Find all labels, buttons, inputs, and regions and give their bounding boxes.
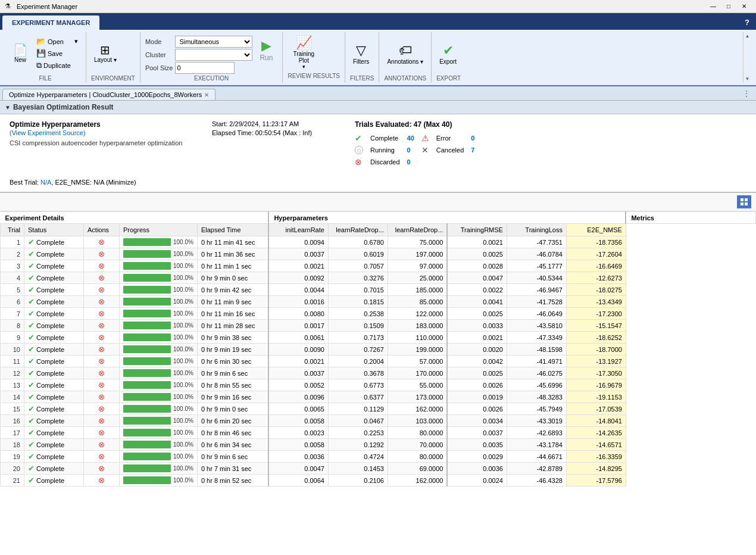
- e2e-nmse: -14.6571: [566, 439, 626, 451]
- th-trial[interactable]: Trial: [1, 224, 24, 236]
- training-loss: -47.7351: [507, 236, 566, 248]
- close-button[interactable]: ✕: [737, 2, 751, 11]
- action-delete-icon[interactable]: ⊗: [98, 309, 105, 318]
- ribbon-scroll-up[interactable]: ▲: [743, 32, 751, 40]
- view-source-link[interactable]: (View Experiment Source): [10, 129, 188, 137]
- training-plot-button[interactable]: 📈 TrainingPlot ▾: [288, 33, 320, 71]
- ribbon-scroll-down[interactable]: ▼: [743, 75, 751, 83]
- init-learn-rate: 0.0021: [268, 356, 328, 367]
- action-delete-icon[interactable]: ⊗: [98, 452, 105, 461]
- document-tab[interactable]: Optimize Hyperparameters | CloudCluster_…: [2, 89, 215, 100]
- table-wrapper[interactable]: Experiment Details Experiment Details Hy…: [0, 211, 756, 555]
- cluster-select[interactable]: [175, 49, 252, 61]
- action-delete-icon[interactable]: ⊗: [98, 369, 105, 378]
- duplicate-button[interactable]: ⧉ Duplicate: [33, 60, 81, 71]
- progress-pct: 100.0%: [173, 453, 193, 460]
- actions-cell: ⊗: [84, 427, 120, 439]
- th-status[interactable]: Status: [24, 224, 84, 236]
- ribbon-tab-experiment-manager[interactable]: EXPERIMENT MANAGER: [2, 15, 99, 30]
- running-count[interactable]: 0: [407, 146, 414, 154]
- init-learn-rate: 0.0058: [268, 439, 328, 451]
- action-delete-icon[interactable]: ⊗: [98, 404, 105, 413]
- th-elapsed[interactable]: Elapsed Time: [197, 224, 268, 236]
- action-delete-icon[interactable]: ⊗: [98, 273, 105, 282]
- new-button[interactable]: 📄 New: [10, 42, 31, 65]
- complete-count[interactable]: 40: [407, 135, 414, 142]
- th-learn-drop1[interactable]: learnRateDrop...: [328, 224, 388, 236]
- status-label: Complete: [36, 275, 64, 282]
- action-delete-icon[interactable]: ⊗: [98, 440, 105, 449]
- th-training-rmse[interactable]: TrainingRMSE: [447, 224, 507, 236]
- status-check-icon: ✔: [28, 440, 35, 449]
- action-delete-icon[interactable]: ⊗: [98, 261, 105, 270]
- e2e-nmse: -14.8041: [566, 415, 626, 427]
- results-table: Experiment Details Experiment Details Hy…: [0, 211, 756, 487]
- learn-rate-drop1: 0.1292: [328, 439, 388, 451]
- learn-rate-drop2: 185.0000: [388, 284, 447, 296]
- th-training-loss[interactable]: TrainingLoss: [507, 224, 566, 236]
- th-init-learn[interactable]: initLearnRate: [268, 224, 328, 236]
- best-trial-link[interactable]: N/A: [40, 179, 51, 186]
- action-delete-icon[interactable]: ⊗: [98, 357, 105, 366]
- init-learn-rate: 0.0096: [268, 391, 328, 403]
- canceled-count[interactable]: 7: [471, 146, 474, 154]
- open-label: Open: [48, 38, 64, 45]
- open-button[interactable]: 📂 Open ▾: [33, 36, 81, 47]
- export-button[interactable]: ✔ Export: [436, 41, 460, 67]
- discarded-label: Discarded: [370, 158, 400, 166]
- filters-button[interactable]: ▽ Filters: [350, 41, 372, 67]
- action-delete-icon[interactable]: ⊗: [98, 416, 105, 425]
- th-learn-drop2[interactable]: learnRateDrop...: [388, 224, 447, 236]
- table-row: 15 ✔ Complete ⊗ 100.0% 0 hr 9 min 0 sec …: [1, 403, 756, 415]
- th-actions[interactable]: Actions: [84, 224, 120, 236]
- error-count[interactable]: 0: [471, 135, 474, 142]
- learn-rate-drop2: 122.0000: [388, 308, 447, 320]
- doc-tab-close-button[interactable]: ✕: [204, 92, 209, 98]
- th-progress[interactable]: Progress: [120, 224, 198, 236]
- training-loss: -43.5810: [507, 320, 566, 332]
- save-button[interactable]: 💾 Save: [33, 48, 81, 59]
- mode-select[interactable]: Simultaneous: [175, 36, 252, 48]
- status-cell: ✔ Complete: [24, 439, 84, 451]
- annotations-group: 🏷 Annotations ▾ ANNOTATIONS: [379, 32, 432, 83]
- action-delete-icon[interactable]: ⊗: [98, 238, 105, 247]
- discarded-count[interactable]: 0: [407, 158, 414, 166]
- th-e2e-nmse[interactable]: E2E_NMSE: [566, 224, 626, 236]
- training-rmse: 0.0024: [447, 475, 507, 487]
- table-row: 17 ✔ Complete ⊗ 100.0% 0 hr 8 min 46 sec…: [1, 427, 756, 439]
- run-button[interactable]: ▶ Run: [255, 36, 277, 64]
- training-rmse: 0.0021: [447, 332, 507, 344]
- error-icon: ⚠: [421, 133, 429, 143]
- action-delete-icon[interactable]: ⊗: [98, 321, 105, 330]
- action-delete-icon[interactable]: ⊗: [98, 297, 105, 306]
- layout-button[interactable]: ⊞ Layout ▾: [91, 42, 120, 65]
- action-delete-icon[interactable]: ⊗: [98, 476, 105, 485]
- action-delete-icon[interactable]: ⊗: [98, 345, 105, 354]
- maximize-button[interactable]: □: [721, 2, 736, 11]
- init-learn-rate: 0.0047: [268, 463, 328, 475]
- pool-input[interactable]: [175, 62, 235, 74]
- environment-group: ⊞ Layout ▾ ENVIRONMENT: [86, 32, 140, 83]
- action-delete-icon[interactable]: ⊗: [98, 250, 105, 258]
- progress-bar: [123, 262, 171, 270]
- running-label: Running: [370, 146, 400, 154]
- section-collapse-arrow[interactable]: ▼: [5, 104, 11, 111]
- elapsed-cell: 0 hr 11 min 36 sec: [197, 248, 268, 260]
- annotations-button[interactable]: 🏷 Annotations ▾: [384, 41, 426, 67]
- training-rmse: 0.0036: [447, 463, 507, 475]
- grid-view-button[interactable]: [737, 195, 751, 208]
- actions-cell: ⊗: [84, 451, 120, 463]
- action-delete-icon[interactable]: ⊗: [98, 285, 105, 294]
- action-delete-icon[interactable]: ⊗: [98, 392, 105, 401]
- action-delete-icon[interactable]: ⊗: [98, 428, 105, 437]
- minimize-button[interactable]: —: [706, 2, 720, 11]
- action-delete-icon[interactable]: ⊗: [98, 381, 105, 389]
- bayesian-body: Optimize Hyperparameters (View Experimen…: [0, 114, 756, 193]
- action-delete-icon[interactable]: ⊗: [98, 464, 105, 473]
- status-label: Complete: [36, 358, 64, 365]
- learn-rate-drop1: 0.7057: [328, 260, 388, 272]
- help-button[interactable]: ?: [741, 15, 754, 29]
- action-delete-icon[interactable]: ⊗: [98, 333, 105, 342]
- tab-menu-button[interactable]: ⋮: [739, 88, 754, 99]
- status-cell: ✔ Complete: [24, 379, 84, 391]
